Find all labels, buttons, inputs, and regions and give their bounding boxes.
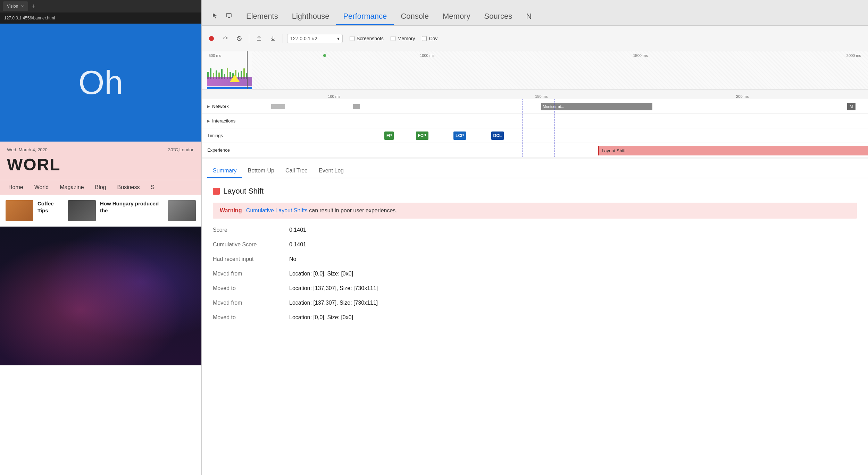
tab-summary[interactable]: Summary bbox=[207, 165, 242, 178]
svg-rect-1 bbox=[228, 17, 230, 18]
news-date: Wed. March 4, 2020 bbox=[7, 147, 48, 152]
score-value: 0.1401 bbox=[289, 227, 306, 233]
coverage-checkbox[interactable] bbox=[422, 36, 427, 41]
dashed-line-6 bbox=[554, 128, 554, 143]
memory-option[interactable]: Memory bbox=[391, 36, 415, 41]
dashed-line-3 bbox=[523, 114, 523, 128]
timeline-overview[interactable]: 500 ms 1000 ms 1500 ms 2000 ms bbox=[202, 51, 868, 90]
timeline-row-interactions: ▶ Interactions bbox=[202, 114, 868, 128]
record-button[interactable] bbox=[206, 33, 217, 44]
tab-n[interactable]: N bbox=[519, 9, 539, 25]
article-grid: Coffee Tips How Hungary produced the bbox=[0, 195, 201, 227]
analysis-panel: Summary Bottom-Up Call Tree Event Log La… bbox=[202, 159, 868, 475]
cursor-icon[interactable] bbox=[209, 9, 221, 22]
devtools-tab-bar: Elements Lighthouse Performance Console … bbox=[202, 0, 868, 26]
article-thumb-1 bbox=[6, 200, 33, 221]
interactions-chevron[interactable]: ▶ bbox=[207, 119, 210, 123]
moved-from-2-row: Moved from Location: [137,307], Size: [7… bbox=[213, 300, 857, 306]
interactions-row-label: ▶ Interactions bbox=[202, 118, 240, 124]
refresh-button[interactable] bbox=[220, 33, 231, 44]
m-bar: M bbox=[847, 103, 856, 110]
time-label-500: 500 ms bbox=[209, 53, 221, 58]
cumulative-score-row: Cumulative Score 0.1401 bbox=[213, 241, 857, 248]
dashed-line-7 bbox=[523, 143, 523, 157]
ruler-200ms: 200 ms bbox=[736, 94, 749, 99]
moved-to-1-value: Location: [137,307], Size: [730x111] bbox=[289, 285, 378, 291]
section-gap-4 bbox=[213, 282, 857, 285]
section-gap-6 bbox=[213, 312, 857, 314]
nav-business[interactable]: Business bbox=[117, 184, 140, 190]
dashed-line-2 bbox=[554, 99, 554, 113]
article-card-2: How Hungary produced the bbox=[68, 200, 162, 221]
cumulative-score-label: Cumulative Score bbox=[213, 241, 289, 248]
article-card-1: Coffee Tips bbox=[6, 200, 62, 221]
moved-to-2-row: Moved to Location: [0,0], Size: [0x0] bbox=[213, 314, 857, 321]
montserrat-bar: Montserrat... bbox=[541, 103, 652, 110]
screenshots-option[interactable]: Screenshots bbox=[350, 36, 384, 41]
network-chevron[interactable]: ▶ bbox=[207, 104, 210, 108]
browser-content: Vision × + 127.0.0.1:4556/banner.html Oh… bbox=[0, 0, 201, 475]
warning-banner: Warning Cumulative Layout Shifts can res… bbox=[213, 203, 857, 219]
browser-tab[interactable]: Vision × bbox=[3, 1, 28, 11]
dashed-line-4 bbox=[554, 114, 554, 128]
nav-world[interactable]: World bbox=[34, 184, 49, 190]
timings-track: FP FCP LCP DCL bbox=[240, 128, 868, 143]
score-label: Score bbox=[213, 227, 289, 233]
warning-link[interactable]: Cumulative Layout Shifts bbox=[246, 207, 308, 213]
tab-lighthouse[interactable]: Lighthouse bbox=[285, 9, 336, 25]
moved-to-2-value: Location: [0,0], Size: [0x0] bbox=[289, 314, 353, 321]
tab-event-log[interactable]: Event Log bbox=[313, 165, 349, 178]
warning-label: Warning bbox=[220, 207, 242, 213]
network-small-1 bbox=[271, 104, 285, 109]
coverage-option[interactable]: Cov bbox=[422, 36, 437, 41]
clear-button[interactable] bbox=[234, 33, 245, 44]
screenshots-label-text: Screenshots bbox=[357, 36, 384, 41]
analysis-tabs: Summary Bottom-Up Call Tree Event Log bbox=[202, 159, 868, 178]
minimap: 500 ms 1000 ms 1500 ms 2000 ms bbox=[202, 51, 868, 89]
devtools-toolbar: 127.0.0.1 #2 ▾ Screenshots Memory Cov bbox=[202, 26, 868, 51]
layout-shift-bar: Layout Shift bbox=[598, 146, 868, 155]
timeline-ruler: 100 ms 150 ms 200 ms bbox=[202, 90, 868, 99]
recent-input-row: Had recent input No bbox=[213, 256, 857, 262]
nav-magazine[interactable]: Magazine bbox=[60, 184, 84, 190]
profile-selector[interactable]: 127.0.0.1 #2 ▾ bbox=[287, 34, 343, 43]
tab-elements[interactable]: Elements bbox=[239, 9, 285, 25]
tab-performance[interactable]: Performance bbox=[336, 9, 394, 25]
selection-bar bbox=[207, 87, 252, 89]
fcp-chip: FCP bbox=[416, 132, 428, 140]
nav-blog[interactable]: Blog bbox=[95, 184, 106, 190]
timeline-row-experience: Experience Layout Shift bbox=[202, 143, 868, 158]
fp-chip: FP bbox=[384, 132, 394, 140]
screenshots-checkbox[interactable] bbox=[350, 36, 354, 41]
article-card-3 bbox=[168, 200, 196, 221]
dashed-line-5 bbox=[523, 128, 523, 143]
svg-point-2 bbox=[209, 36, 214, 41]
article-title-1: Coffee Tips bbox=[37, 200, 62, 214]
nav-more[interactable]: S bbox=[151, 184, 155, 190]
tab-call-tree[interactable]: Call Tree bbox=[280, 165, 313, 178]
upload-button[interactable] bbox=[253, 33, 265, 44]
memory-checkbox[interactable] bbox=[391, 36, 395, 41]
device-icon[interactable] bbox=[223, 9, 235, 22]
new-tab-icon[interactable]: + bbox=[30, 3, 37, 10]
bottom-image bbox=[0, 227, 201, 365]
address-bar: 127.0.0.1:4556/banner.html bbox=[0, 12, 201, 24]
tab-bottom-up[interactable]: Bottom-Up bbox=[242, 165, 279, 178]
network-small-2 bbox=[353, 104, 360, 109]
download-button[interactable] bbox=[267, 33, 278, 44]
tab-close-icon[interactable]: × bbox=[21, 3, 24, 9]
tab-console[interactable]: Console bbox=[394, 9, 436, 25]
dashed-line-1 bbox=[523, 99, 523, 113]
layout-shift-title: Layout Shift bbox=[223, 187, 264, 196]
moved-from-2-label: Moved from bbox=[213, 300, 289, 306]
nav-home[interactable]: Home bbox=[8, 184, 23, 190]
moved-from-2-value: Location: [137,307], Size: [730x111] bbox=[289, 300, 378, 306]
hatch-overlay bbox=[252, 51, 868, 89]
section-gap-3 bbox=[213, 268, 857, 271]
tab-memory[interactable]: Memory bbox=[436, 9, 477, 25]
experience-track: Layout Shift bbox=[240, 143, 868, 157]
tab-sources[interactable]: Sources bbox=[477, 9, 519, 25]
recent-input-value: No bbox=[289, 256, 296, 262]
timeline-main: 100 ms 150 ms 200 ms ▶ Network Montserra… bbox=[202, 90, 868, 159]
moved-from-1-value: Location: [0,0], Size: [0x0] bbox=[289, 271, 353, 277]
